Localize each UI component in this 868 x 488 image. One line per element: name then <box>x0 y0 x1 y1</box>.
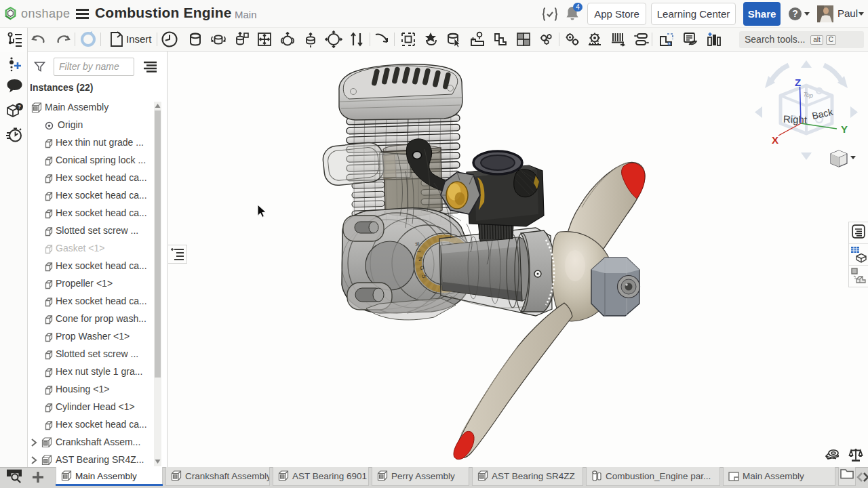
svg-text:X: X <box>772 134 778 146</box>
svg-text:Z: Z <box>795 77 801 88</box>
svg-text:?: ? <box>18 104 21 110</box>
svg-text:Y: Y <box>841 123 848 135</box>
